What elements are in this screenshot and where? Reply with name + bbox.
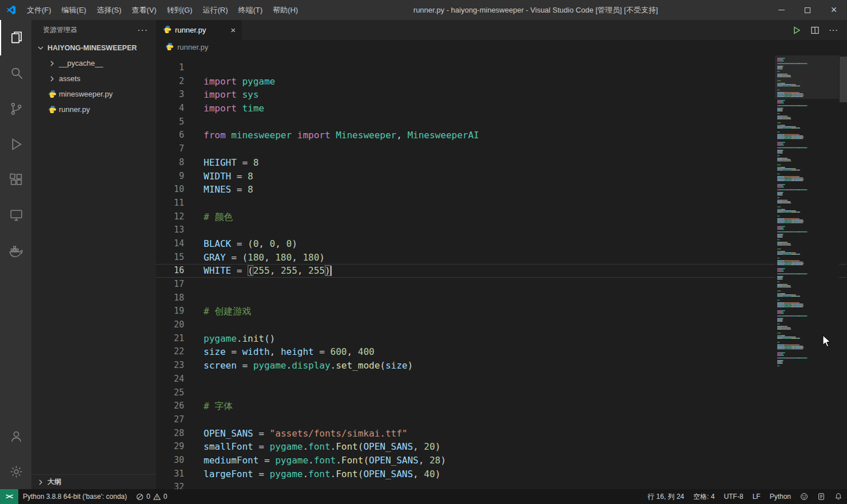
line-number[interactable]: 11: [156, 197, 184, 210]
menu-item-selection[interactable]: 选择(S): [92, 0, 126, 20]
activity-settings-button[interactable]: [0, 454, 31, 489]
more-editor-actions-icon[interactable]: ···: [829, 25, 838, 35]
code-line-10[interactable]: 10MINES = 8: [156, 183, 847, 197]
line-number[interactable]: 1: [156, 61, 184, 75]
code-line-1[interactable]: 1: [156, 61, 847, 75]
tree-item-minesweeper-py[interactable]: minesweeper.py: [31, 86, 156, 102]
line-number[interactable]: 3: [156, 88, 184, 102]
code-line-14[interactable]: 14BLACK = (0, 0, 0): [156, 237, 847, 251]
activity-source-control-button[interactable]: [0, 91, 31, 126]
line-number[interactable]: 17: [156, 278, 184, 291]
code-line-2[interactable]: 2import pygame: [156, 75, 847, 89]
code-line-16[interactable]: 16WHITE = (255, 255, 255): [156, 264, 847, 278]
line-number[interactable]: 31: [156, 467, 184, 481]
code-line-9[interactable]: 9WIDTH = 8: [156, 170, 847, 183]
tree-item-runner-py[interactable]: runner.py: [31, 102, 156, 117]
line-number[interactable]: 9: [156, 170, 184, 183]
status-cursor-position[interactable]: 行 16, 列 24: [643, 489, 689, 504]
line-number[interactable]: 30: [156, 454, 184, 467]
menu-item-terminal[interactable]: 终端(T): [233, 0, 268, 20]
line-number[interactable]: 27: [156, 413, 184, 427]
status-eol[interactable]: LF: [748, 489, 765, 504]
code-line-30[interactable]: 30mediumFont = pygame.font.Font(OPEN_SAN…: [156, 454, 847, 467]
code-line-15[interactable]: 15GRAY = (180, 180, 180): [156, 251, 847, 265]
line-number[interactable]: 5: [156, 115, 184, 129]
code-line-28[interactable]: 28OPEN_SANS = "assets/fonts/simkai.ttf": [156, 427, 847, 441]
code-line-5[interactable]: 5: [156, 115, 847, 129]
status-encoding[interactable]: UTF-8: [719, 489, 748, 504]
run-python-file-button[interactable]: [792, 26, 801, 35]
tree-root-folder[interactable]: HAIYONG-MINESWEEPER: [31, 40, 156, 55]
notifications-bell-button[interactable]: [830, 489, 847, 504]
activity-account-button[interactable]: [0, 418, 31, 454]
code-line-19[interactable]: 19# 创建游戏: [156, 305, 847, 318]
code-line-31[interactable]: 31largeFont = pygame.font.Font(OPEN_SANS…: [156, 467, 847, 481]
line-number[interactable]: 7: [156, 142, 184, 156]
tree-item-assets[interactable]: assets: [31, 71, 156, 86]
minimize-button[interactable]: [768, 0, 794, 20]
activity-remote-explorer-button[interactable]: [0, 197, 31, 233]
code-line-4[interactable]: 4import time: [156, 102, 847, 115]
line-number[interactable]: 2: [156, 75, 184, 89]
tab-close-icon[interactable]: ×: [229, 25, 237, 35]
close-button[interactable]: ×: [821, 0, 847, 20]
line-number[interactable]: 15: [156, 251, 184, 265]
remote-indicator[interactable]: ><: [0, 489, 18, 504]
code-line-21[interactable]: 21pygame.init(): [156, 332, 847, 346]
line-number[interactable]: 25: [156, 386, 184, 400]
line-number[interactable]: 19: [156, 305, 184, 318]
menu-item-edit[interactable]: 编辑(E): [57, 0, 92, 20]
code-line-17[interactable]: 17: [156, 278, 847, 291]
code-line-27[interactable]: 27: [156, 413, 847, 427]
line-number[interactable]: 28: [156, 427, 184, 441]
code-line-6[interactable]: 6from minesweeper import Minesweeper, Mi…: [156, 129, 847, 142]
menu-item-go[interactable]: 转到(G): [162, 0, 198, 20]
code-line-25[interactable]: 25: [156, 386, 847, 400]
code-editor[interactable]: 12import pygame3import sys4import time56…: [156, 54, 847, 489]
code-line-29[interactable]: 29smallFont = pygame.font.Font(OPEN_SANS…: [156, 440, 847, 454]
code-line-7[interactable]: 7: [156, 142, 847, 156]
line-number[interactable]: 8: [156, 156, 184, 170]
code-line-8[interactable]: 8HEIGHT = 8: [156, 156, 847, 170]
activity-docker-button[interactable]: [0, 233, 31, 268]
line-number[interactable]: 16: [156, 264, 184, 278]
code-line-24[interactable]: 24: [156, 373, 847, 386]
line-number[interactable]: 10: [156, 183, 184, 197]
minimap[interactable]: [775, 54, 839, 489]
activity-search-button[interactable]: [0, 55, 31, 91]
status-language-mode[interactable]: Python: [765, 489, 796, 504]
tree-item--pycache-[interactable]: __pycache__: [31, 55, 156, 71]
line-number[interactable]: 29: [156, 440, 184, 454]
line-number[interactable]: 32: [156, 481, 184, 489]
line-number[interactable]: 24: [156, 373, 184, 386]
menu-item-file[interactable]: 文件(F): [22, 0, 57, 20]
line-number[interactable]: 26: [156, 399, 184, 413]
maximize-button[interactable]: [794, 0, 821, 20]
status-indentation[interactable]: 空格: 4: [689, 489, 719, 504]
code-line-12[interactable]: 12# 颜色: [156, 210, 847, 224]
code-line-26[interactable]: 26# 字体: [156, 399, 847, 413]
menu-item-run[interactable]: 运行(R): [197, 0, 233, 20]
feedback-smiley-button[interactable]: [796, 489, 813, 504]
tab-runner-py[interactable]: runner.py ×: [156, 20, 242, 40]
activity-extensions-button[interactable]: [0, 162, 31, 197]
code-line-18[interactable]: 18: [156, 291, 847, 305]
line-number[interactable]: 6: [156, 129, 184, 142]
line-number[interactable]: 13: [156, 223, 184, 237]
minimap-viewport[interactable]: [775, 55, 839, 99]
line-number[interactable]: 22: [156, 345, 184, 359]
menu-item-view[interactable]: 查看(V): [126, 0, 161, 20]
outline-section[interactable]: 大纲: [31, 474, 156, 489]
line-number[interactable]: 21: [156, 332, 184, 346]
split-editor-button[interactable]: [810, 26, 820, 35]
problems-item[interactable]: 0 0: [132, 489, 172, 504]
menu-item-help[interactable]: 帮助(H): [268, 0, 303, 20]
line-number[interactable]: 4: [156, 102, 184, 115]
code-line-32[interactable]: 32: [156, 481, 847, 489]
line-number[interactable]: 14: [156, 237, 184, 251]
vertical-scrollbar[interactable]: [840, 57, 847, 102]
breadcrumb[interactable]: runner.py: [156, 40, 847, 54]
code-line-20[interactable]: 20: [156, 318, 847, 332]
activity-explorer-button[interactable]: [0, 20, 31, 55]
line-number[interactable]: 18: [156, 291, 184, 305]
